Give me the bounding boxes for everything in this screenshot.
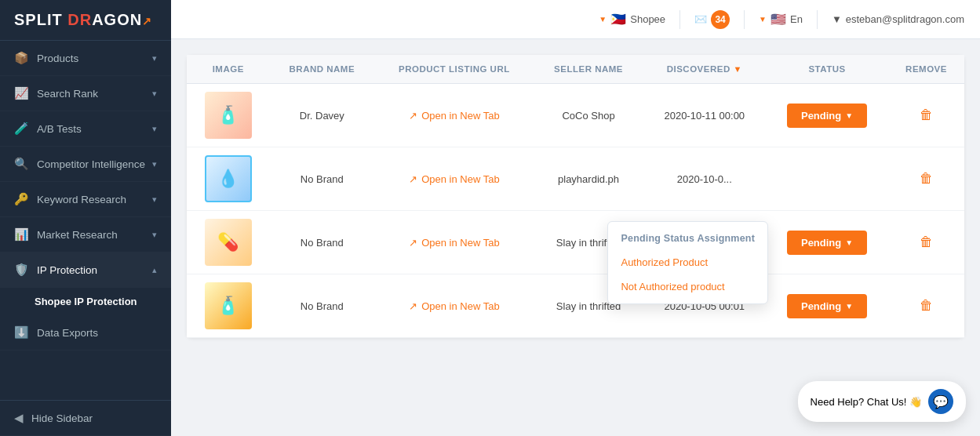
chevron-down-icon: ▾ [152,159,157,169]
chat-open-button[interactable]: 💬 [928,389,953,414]
sidebar-item-ip-protection[interactable]: 🛡️ IP Protection ▴ [0,253,171,288]
keyword-icon: 🔑 [14,192,29,206]
dropdown-not-authorized-product[interactable]: Not Authorized product [608,274,767,299]
language-label: En [790,13,803,25]
product-listing-link[interactable]: ↗ Open in New Tab [385,110,523,122]
col-image: IMAGE [187,55,269,84]
cell-status[interactable]: Pending ▼ [766,274,888,338]
cell-url[interactable]: ↗ Open in New Tab [374,211,534,274]
cell-image: 🧴 [187,84,269,147]
cell-brand: Dr. Davey [269,84,374,147]
cell-image: 💊 [187,211,269,274]
brand-name: No Brand [301,173,344,185]
sidebar-item-market-research[interactable]: 📊 Market Research ▾ [0,217,171,253]
user-email[interactable]: ▼ esteban@splitdragon.com [832,13,964,25]
shopee-selector[interactable]: ▼ 🇵🇭 Shopee [599,12,665,27]
sub-item-label: Shopee IP Protection [35,296,137,307]
table-row: 🧴 No Brand ↗ Open in New Tab Sl [187,274,964,338]
cell-remove[interactable]: 🗑 [888,274,964,338]
status-pending-button[interactable]: Pending ▼ [787,294,867,318]
ph-flag-icon: 🇵🇭 [610,12,626,27]
cell-seller: playhardid.ph [534,147,643,211]
cell-url[interactable]: ↗ Open in New Tab [374,147,534,211]
dropdown-arrow-icon: ▼ [845,302,853,311]
content-area: IMAGE BRAND NAME PRODUCT LISTING URL SEL… [171,39,980,436]
chat-help-label: Need Help? Chat Us! 👋 [811,396,922,408]
col-brand: BRAND NAME [269,55,374,84]
cell-discovered: 2020-10-0... [643,147,767,211]
cell-brand: No Brand [269,211,374,274]
cell-image: 💧 [187,147,269,211]
sidebar-item-products[interactable]: 📦 Products ▾ [0,41,171,76]
status-pending-button[interactable]: Pending ▼ [787,231,867,255]
product-thumbnail: 🧴 [205,92,252,139]
cell-brand: No Brand [269,274,374,338]
ab-tests-icon: 🧪 [14,122,29,136]
cell-url[interactable]: ↗ Open in New Tab [374,274,534,338]
chevron-down-icon: ▾ [152,53,157,64]
dropdown-authorized-product[interactable]: Authorized Product [608,250,767,274]
sidebar-item-label: Keyword Research [37,194,126,205]
sidebar-hide-button[interactable]: ◀ Hide Sidebar [0,400,171,436]
chat-help-bubble[interactable]: Need Help? Chat Us! 👋 💬 [798,381,966,422]
sidebar-item-label: Market Research [37,229,118,241]
col-discovered[interactable]: DISCOVERED ▼ [643,55,767,84]
dropdown-header: Pending Status Assignment [608,227,767,250]
product-listing-link[interactable]: ↗ Open in New Tab [385,237,523,249]
external-link-icon: ↗ [409,237,417,249]
cell-remove[interactable]: 🗑 [888,84,964,147]
shopee-arrow-icon: ▼ [599,15,607,24]
cell-url[interactable]: ↗ Open in New Tab [374,84,534,147]
chevron-down-icon: ▾ [152,230,157,240]
sidebar-item-keyword-research[interactable]: 🔑 Keyword Research ▾ [0,182,171,217]
product-listing-link[interactable]: ↗ Open in New Tab [385,300,523,312]
col-url: PRODUCT LISTING URL [374,55,534,84]
link-label: Open in New Tab [421,110,500,122]
topbar-divider-3 [817,10,818,29]
external-link-icon: ↗ [409,110,417,122]
table-body: 🧴 Dr. Davey ↗ Open in New Tab C [187,84,964,338]
mail-button[interactable]: ✉️ 34 [694,10,730,29]
mail-icon: ✉️ [694,13,707,25]
logo-accent: DR [67,11,92,28]
status-dropdown-menu: Pending Status Assignment Authorized Pro… [607,221,768,304]
cell-status[interactable] [766,147,888,211]
sidebar-item-ab-tests[interactable]: 🧪 A/B Tests ▾ [0,111,171,147]
product-listing-link[interactable]: ↗ Open in New Tab [385,173,523,185]
sidebar-item-label: Data Exports [37,327,98,339]
products-icon: 📦 [14,51,29,65]
hide-sidebar-icon: ◀ [14,411,24,425]
sidebar-item-search-rank[interactable]: 📈 Search Rank ▾ [0,76,171,111]
sidebar-item-data-exports[interactable]: ⬇️ Data Exports [0,315,171,351]
cell-remove[interactable]: 🗑 [888,147,964,211]
dropdown-arrow-icon: ▼ [845,111,853,120]
sort-desc-icon: ▼ [733,64,741,74]
table-header: IMAGE BRAND NAME PRODUCT LISTING URL SEL… [187,55,964,84]
sidebar-sub-item-shopee-ip-protection[interactable]: Shopee IP Protection [0,288,171,315]
cell-status[interactable]: Pending ▼ [766,84,888,147]
delete-row-button[interactable]: 🗑 [920,234,933,249]
pending-label: Pending [801,110,841,122]
cell-remove[interactable]: 🗑 [888,211,964,274]
sidebar-item-label: Hide Sidebar [31,412,93,424]
chevron-down-icon: ▾ [152,124,157,134]
delete-row-button[interactable]: 🗑 [920,298,933,313]
cell-brand: No Brand [269,147,374,211]
delete-row-button[interactable]: 🗑 [920,171,933,186]
us-flag-icon: 🇺🇸 [771,12,786,27]
seller-name: playhardid.ph [558,173,619,185]
sidebar-item-label: IP Protection [37,264,97,276]
language-selector[interactable]: ▼ 🇺🇸 En [759,12,803,27]
dropdown-arrow-icon: ▼ [845,238,853,247]
link-label: Open in New Tab [421,300,500,312]
cell-status[interactable]: Pending ▼ [766,211,888,274]
topbar-divider-1 [679,10,680,29]
sidebar-item-competitor-intelligence[interactable]: 🔍 Competitor Intelligence ▾ [0,147,171,182]
sidebar-item-label: Products [37,53,78,64]
external-link-icon: ↗ [409,300,417,312]
chat-icon: 💬 [933,394,949,409]
logo: SPLIT DRAGON↗ [0,0,171,41]
delete-row-button[interactable]: 🗑 [920,107,933,122]
ip-protection-table: IMAGE BRAND NAME PRODUCT LISTING URL SEL… [187,55,964,338]
status-pending-button[interactable]: Pending ▼ [787,104,867,128]
